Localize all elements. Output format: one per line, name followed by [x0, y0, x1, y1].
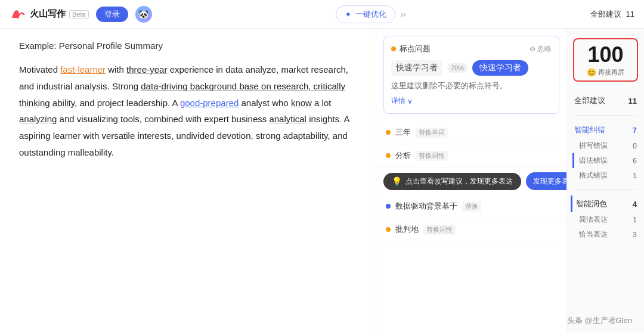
star-icon: ✦ — [345, 10, 352, 19]
sidebar-divider-1 — [574, 115, 637, 116]
text-fast-learner: fast-learner — [60, 64, 106, 75]
sidebar-proper-count: 3 — [633, 231, 637, 239]
score-number: 100 — [577, 44, 634, 66]
detail-label: 详情 — [391, 96, 405, 106]
navbar: 火山写作 Beta 登录 🐼 ✦ 一键优化 ›› 全部建议 11 — [0, 0, 644, 29]
tag-replace-data: 替换 — [462, 201, 481, 212]
score-sub-label: 再接再厉 — [598, 68, 624, 77]
ignore-circle-icon: ⊖ — [530, 45, 535, 53]
card-desc: 这里建议删除不必要的标点符号。 — [391, 80, 552, 91]
sidebar-concise-label: 简洁表达 — [579, 215, 608, 225]
login-button[interactable]: 登录 — [96, 7, 128, 22]
doc-title: Example: Personal Profile Summary — [19, 41, 357, 51]
sidebar-format-row[interactable]: 格式错误 1 — [574, 168, 637, 183]
tag-replace-analyze: 替换词性 — [416, 151, 448, 161]
replace-row: 快速学习者 70% 快速学习者 — [391, 60, 552, 76]
text-three-year: three-year — [126, 64, 167, 75]
simple-text-3year: 三年 — [395, 127, 411, 138]
text-and-project: , and project leadership. A — [75, 98, 180, 108]
simple-text-critical: 批判地 — [395, 224, 419, 235]
logo-text: 火山写作 — [30, 8, 66, 20]
simple-item-critical: 批判地 替换词性 — [376, 218, 566, 241]
sidebar-spelling-label: 拼写错误 — [579, 141, 608, 151]
smile-icon: 😊 — [587, 68, 596, 77]
sidebar-all-row[interactable]: 全部建议 11 — [574, 92, 637, 109]
navbar-center: ✦ 一键优化 ›› — [159, 5, 583, 23]
text-alot: a lot — [312, 98, 332, 108]
sidebar-grammar-row[interactable]: 语法错误 6 — [572, 153, 637, 168]
text-viz: and visualizing tools, combined with exp… — [57, 114, 269, 124]
sidebar-correction-row[interactable]: 智能纠错 7 — [574, 122, 637, 138]
watermark: 头条 @生产者Glen — [567, 315, 632, 326]
doc-content: Motivated fast-learner with three-year e… — [19, 61, 357, 161]
card-type: 标点问题 — [400, 44, 431, 54]
discover-button[interactable]: 发现更多表达 2 — [526, 172, 566, 190]
suggestion-card-punctuation: 标点问题 ⊖ 忽略 快速学习者 70% 快速学习者 这里建议删除不必要的标点符号… — [383, 36, 559, 114]
sidebar-proper-label: 恰当表达 — [579, 229, 608, 240]
sidebar-polish-count: 4 — [633, 200, 637, 209]
score-badge: 70% — [447, 63, 467, 73]
optimize-button[interactable]: ✦ 一键优化 — [336, 5, 395, 23]
sidebar-correction-label: 智能纠错 — [574, 125, 605, 135]
dot-icon-4 — [386, 204, 391, 209]
suggestions-label: 全部建议 — [590, 9, 621, 20]
ignore-label: 忽略 — [537, 44, 552, 54]
text-analyzing: analyzing — [19, 114, 57, 124]
sidebar-polish-section: 智能润色 4 简洁表达 1 恰当表达 3 — [567, 193, 644, 244]
text-know: know — [291, 98, 312, 108]
tag-replace-3year: 替换单词 — [416, 128, 448, 138]
tooltip-bubble: 💡 点击查看改写建议，发现更多表达 — [383, 173, 521, 190]
dot-icon-5 — [386, 227, 391, 232]
sidebar-polish-label: 智能润色 — [576, 198, 607, 209]
card-header: 标点问题 ⊖ 忽略 — [391, 44, 552, 54]
sidebar-spelling-count: 0 — [633, 142, 637, 150]
score-box: 100 😊 再接再厉 — [573, 38, 638, 82]
sidebar-correction-count: 7 — [633, 126, 637, 135]
replace-word[interactable]: 快速学习者 — [472, 60, 528, 76]
text-good-prepared: good-prepared — [180, 98, 239, 108]
chevron-right-icon: ›› — [400, 10, 405, 19]
suggestions-count: 11 — [626, 10, 634, 18]
simple-text-data: 数据驱动背景基于 — [395, 201, 457, 212]
sidebar-concise-count: 1 — [633, 216, 637, 224]
simple-item-analyze: 分析 替换词性 — [376, 144, 566, 167]
simple-text-analyze: 分析 — [395, 150, 411, 161]
sidebar-all-label: 全部建议 — [574, 95, 605, 106]
dot-icon-2 — [386, 130, 391, 135]
right-sidebar: 100 😊 再接再厉 全部建议 11 智能纠错 7 拼写错误 0 — [566, 29, 644, 332]
sidebar-concise-row[interactable]: 简洁表达 1 — [574, 212, 637, 227]
main-layout: Example: Personal Profile Summary Motiva… — [0, 29, 644, 332]
tooltip-text: 点击查看改写建议，发现更多表达 — [405, 176, 513, 187]
sidebar-grammar-label: 语法错误 — [579, 156, 608, 166]
original-word: 快速学习者 — [391, 60, 442, 76]
sidebar-all-section: 全部建议 11 — [567, 90, 644, 111]
logo-area: 火山写作 Beta — [10, 6, 89, 23]
beta-badge: Beta — [69, 10, 89, 18]
avatar: 🐼 — [135, 6, 152, 23]
tag-replace-critical: 替换词性 — [423, 225, 456, 235]
sidebar-proper-row[interactable]: 恰当表达 3 — [574, 227, 637, 242]
sidebar-divider-2 — [574, 189, 637, 190]
simple-item-3year: 三年 替换单词 — [376, 121, 566, 144]
logo-icon — [10, 6, 26, 23]
sidebar-grammar-count: 6 — [633, 157, 637, 165]
card-detail-button[interactable]: 详情 ∨ — [391, 96, 552, 106]
discover-label: 发现更多表达 — [533, 176, 566, 187]
sidebar-correction-section: 智能纠错 7 拼写错误 0 语法错误 6 格式错误 1 — [567, 119, 644, 185]
dot-icon-3 — [386, 153, 391, 158]
sidebar-spelling-row[interactable]: 拼写错误 0 — [574, 138, 637, 153]
center-panel: 标点问题 ⊖ 忽略 快速学习者 70% 快速学习者 这里建议删除不必要的标点符号… — [376, 29, 566, 332]
sidebar-polish-row[interactable]: 智能润色 4 — [571, 196, 637, 212]
navbar-right: 全部建议 11 — [590, 9, 634, 20]
text-motivated: Motivated — [19, 64, 60, 75]
text-with: with — [106, 64, 126, 75]
dot-icon — [391, 46, 396, 51]
bulb-icon: 💡 — [392, 176, 402, 186]
score-sub: 😊 再接再厉 — [577, 68, 634, 77]
editor-area[interactable]: Example: Personal Profile Summary Motiva… — [0, 29, 376, 332]
ignore-button[interactable]: ⊖ 忽略 — [530, 44, 552, 54]
action-row: 💡 点击查看改写建议，发现更多表达 发现更多表达 2 — [376, 167, 566, 195]
card-title-row: 标点问题 — [391, 44, 431, 54]
simple-item-data: 数据驱动背景基于 替换 — [376, 195, 566, 218]
sidebar-format-count: 1 — [633, 172, 637, 180]
